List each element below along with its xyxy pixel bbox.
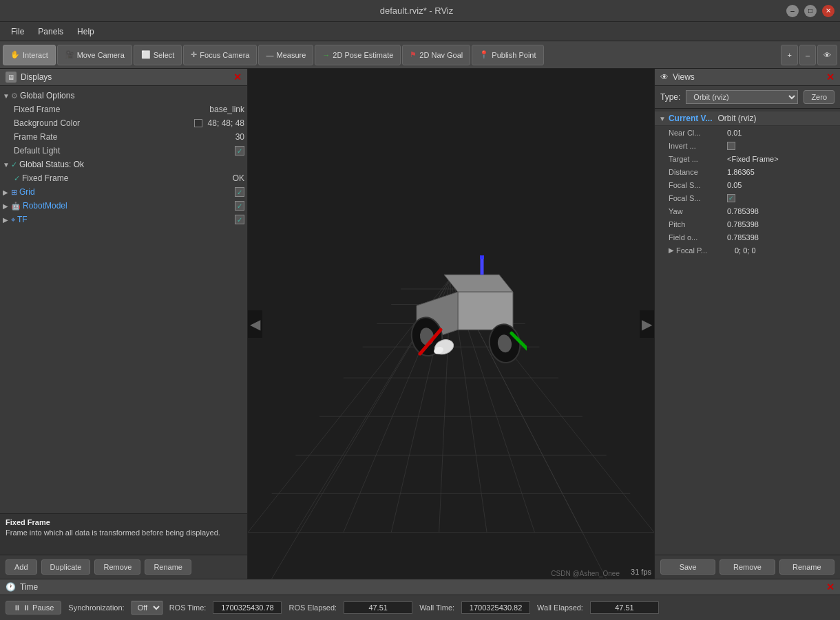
grid-checkbox[interactable]: ✓ bbox=[235, 187, 244, 197]
toolbar-2d-pose[interactable]: → 2D Pose Estimate bbox=[315, 45, 401, 65]
duplicate-display-button[interactable]: Duplicate bbox=[41, 559, 91, 575]
views-field-value: 0.785398 bbox=[727, 233, 836, 242]
global-options-row[interactable]: ▼ ⚙ Global Options bbox=[0, 89, 247, 103]
3d-viewport[interactable]: ◀ ▶ 31 fps CSDN @Ashen_Onee bbox=[248, 69, 654, 579]
global-status-check-icon: ✓ bbox=[11, 160, 17, 169]
zoom-in-button[interactable]: + bbox=[781, 45, 797, 65]
status-fixed-frame-row[interactable]: ✓ Fixed Frame OK bbox=[0, 171, 247, 185]
views-yaw-row[interactable]: Yaw 0.785398 bbox=[655, 204, 840, 217]
viewport-panel: ◀ ▶ 31 fps CSDN @Ashen_Onee bbox=[248, 69, 654, 579]
global-status-row[interactable]: ▼ ✓ Global Status: Ok bbox=[0, 158, 247, 171]
fixed-frame-row[interactable]: Fixed Frame base_link bbox=[0, 103, 247, 116]
frame-rate-row[interactable]: Frame Rate 30 bbox=[0, 130, 247, 144]
maximize-button[interactable]: □ bbox=[804, 5, 817, 17]
robot-model-label: RobotModel bbox=[23, 201, 129, 211]
views-current-header[interactable]: ▼ Current V... Orbit (rviz) bbox=[655, 111, 840, 126]
views-save-button[interactable]: Save bbox=[660, 559, 715, 575]
camera-view-button[interactable]: 👁 bbox=[817, 45, 837, 65]
clock-icon: 🕐 bbox=[6, 582, 16, 592]
remove-display-button[interactable]: Remove bbox=[94, 559, 140, 575]
robot-model bbox=[375, 240, 527, 380]
default-light-checkbox[interactable]: ✓ bbox=[235, 146, 244, 156]
views-current-type: Orbit (rviz) bbox=[717, 114, 756, 123]
background-color-row[interactable]: Background Color 48; 48; 48 bbox=[0, 116, 247, 130]
views-focal-s2-row[interactable]: Focal S... ✓ bbox=[655, 191, 840, 204]
displays-close-button[interactable]: ✕ bbox=[233, 72, 242, 83]
tf-row[interactable]: ▶ ⌖ TF ✓ bbox=[0, 213, 247, 226]
camera-move-icon: 🎥 bbox=[65, 50, 74, 59]
grid-row[interactable]: ▶ ⊞ Grid ✓ bbox=[0, 185, 247, 199]
rename-display-button[interactable]: Rename bbox=[145, 559, 191, 575]
toolbar-nav-goal[interactable]: ⚑ 2D Nav Goal bbox=[402, 45, 470, 65]
global-options-label: Global Options bbox=[20, 91, 244, 100]
gear-icon: ⚙ bbox=[11, 92, 18, 100]
views-focal-s2-checkbox[interactable]: ✓ bbox=[727, 194, 735, 202]
views-near-clip-row[interactable]: Near Cl... 0.01 bbox=[655, 126, 840, 139]
toolbar: ✋ Interact 🎥 Move Camera ⬜ Select ✛ Focu… bbox=[0, 41, 840, 69]
views-focal-s1-value: 0.05 bbox=[727, 181, 836, 189]
close-button[interactable]: ✕ bbox=[822, 5, 834, 17]
time-close-button[interactable]: ✕ bbox=[826, 581, 834, 592]
views-type-select[interactable]: Orbit (rviz) bbox=[686, 90, 798, 104]
viewport-arrow-left[interactable]: ◀ bbox=[248, 310, 262, 338]
views-remove-button[interactable]: Remove bbox=[720, 559, 775, 575]
views-rename-button[interactable]: Rename bbox=[779, 559, 834, 575]
tf-checkbox[interactable]: ✓ bbox=[235, 215, 244, 224]
toolbar-measure[interactable]: — Measure bbox=[258, 45, 313, 65]
toolbar-select[interactable]: ⬜ Select bbox=[134, 45, 182, 65]
default-light-key: Default Light bbox=[14, 146, 235, 156]
ros-time-label: ROS Time: bbox=[169, 603, 207, 612]
views-zero-button[interactable]: Zero bbox=[804, 90, 834, 104]
views-type-label: Type: bbox=[660, 92, 680, 102]
views-near-clip-key: Near Cl... bbox=[669, 129, 727, 137]
menu-panels[interactable]: Panels bbox=[31, 24, 70, 39]
toolbar-publish-point[interactable]: 📍 Publish Point bbox=[472, 45, 543, 65]
tf-label: TF bbox=[17, 215, 126, 224]
tf-icon: ⌖ bbox=[11, 215, 15, 224]
minimize-button[interactable]: – bbox=[786, 5, 799, 17]
fps-display: 31 fps bbox=[631, 568, 651, 576]
menu-help[interactable]: Help bbox=[70, 24, 101, 39]
views-focal-p-arrow: ▶ bbox=[669, 246, 674, 254]
toolbar-move-camera[interactable]: 🎥 Move Camera bbox=[57, 45, 132, 65]
svg-rect-24 bbox=[480, 255, 484, 259]
views-focal-p-row[interactable]: ▶ Focal P... 0; 0; 0 bbox=[655, 244, 840, 257]
time-title: Time bbox=[20, 582, 38, 592]
views-close-button[interactable]: ✕ bbox=[826, 72, 834, 83]
displays-panel: 🖥 Displays ✕ ▼ ⚙ Global Options Fixed Fr… bbox=[0, 69, 248, 579]
window-title: default.rviz* - RViz bbox=[47, 6, 786, 16]
views-invert-row[interactable]: Invert ... bbox=[655, 139, 840, 152]
views-invert-checkbox[interactable] bbox=[727, 142, 735, 150]
views-focal-s1-row[interactable]: Focal S... 0.05 bbox=[655, 178, 840, 191]
frame-rate-value: 30 bbox=[235, 132, 244, 142]
watermark: CSDN @Ashen_Onee bbox=[551, 570, 620, 577]
status-check-icon: ✓ bbox=[14, 174, 20, 183]
add-display-button[interactable]: Add bbox=[6, 559, 37, 575]
views-field-key: Field o... bbox=[669, 233, 727, 242]
toolbar-focus-camera[interactable]: ✛ Focus Camera bbox=[183, 45, 257, 65]
fixed-frame-value: base_link bbox=[209, 105, 244, 114]
views-field-row[interactable]: Field o... 0.785398 bbox=[655, 231, 840, 244]
zoom-out-button[interactable]: – bbox=[799, 45, 816, 65]
views-target-row[interactable]: Target ... <Fixed Frame> bbox=[655, 152, 840, 165]
global-options-arrow: ▼ bbox=[3, 92, 11, 100]
views-focal-p-key: Focal P... bbox=[676, 246, 735, 255]
views-distance-row[interactable]: Distance 1.86365 bbox=[655, 165, 840, 178]
sync-select[interactable]: Off bbox=[132, 601, 162, 614]
robot-model-row[interactable]: ▶ 🤖 RobotModel ✓ bbox=[0, 199, 247, 213]
views-panel: 👁 Views ✕ Type: Orbit (rviz) Zero ▼ Curr… bbox=[654, 69, 840, 579]
pause-button[interactable]: ⏸ ⏸ Pause bbox=[6, 601, 61, 614]
wall-time-value: 1700325430.82 bbox=[461, 601, 530, 614]
menu-file[interactable]: File bbox=[4, 24, 31, 39]
svg-marker-20 bbox=[444, 275, 513, 292]
robot-model-checkbox[interactable]: ✓ bbox=[235, 201, 244, 211]
default-light-row[interactable]: Default Light ✓ bbox=[0, 144, 247, 158]
tf-arrow: ▶ bbox=[3, 216, 11, 224]
frame-rate-key: Frame Rate bbox=[14, 132, 233, 142]
wall-elapsed-value: 47.51 bbox=[590, 601, 659, 614]
views-pitch-row[interactable]: Pitch 0.785398 bbox=[655, 217, 840, 231]
ros-elapsed-value: 47.51 bbox=[344, 601, 412, 614]
grid-arrow: ▶ bbox=[3, 189, 11, 196]
toolbar-interact[interactable]: ✋ Interact bbox=[3, 45, 56, 65]
viewport-arrow-right[interactable]: ▶ bbox=[640, 310, 654, 338]
